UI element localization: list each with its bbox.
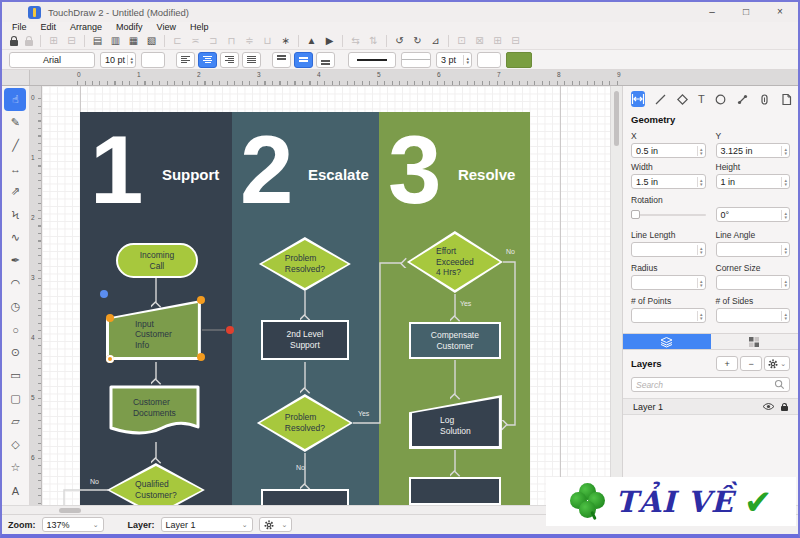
selection-handle-rotate[interactable]	[100, 290, 108, 298]
toolbar-icon[interactable]: ⊐	[208, 33, 219, 49]
toolbar-icon[interactable]	[40, 35, 41, 47]
field-input[interactable]: 3.125 in ▴▾	[716, 143, 791, 158]
rotation-input[interactable]: 0° ▴▾	[716, 207, 791, 222]
stepper-arrows-icon[interactable]: ▴▾	[781, 177, 789, 187]
toolbar-icon[interactable]	[386, 35, 387, 47]
stroke-style-select[interactable]	[348, 52, 396, 68]
page-settings-icon[interactable]	[780, 92, 793, 107]
add-layer-button[interactable]: +	[716, 356, 738, 371]
remove-layer-button[interactable]: −	[740, 356, 762, 371]
selection-handle[interactable]	[197, 296, 205, 304]
drawing-tool-button[interactable]: ▱	[4, 410, 26, 433]
toolbar-icon[interactable]: ⇆	[350, 33, 361, 49]
layer-lock-icon[interactable]	[781, 406, 788, 411]
vertical-align-bottom-button[interactable]	[316, 52, 335, 68]
field-input[interactable]: ▴▾	[716, 275, 791, 290]
toolbar-icon[interactable]: ▤	[92, 33, 103, 49]
selection-handle[interactable]	[197, 353, 205, 361]
maximize-button[interactable]: □	[740, 6, 752, 18]
selection-handle-connector[interactable]	[226, 326, 234, 334]
stepper-arrows-icon[interactable]: ▴▾	[697, 177, 705, 187]
flowchart-node-process[interactable]: Compensate Customer	[409, 322, 501, 359]
toolbar-icon[interactable]	[342, 35, 343, 47]
stepper-arrows-icon[interactable]: ▴▾	[781, 245, 789, 255]
flowchart-node-process[interactable]: 2nd Level Support	[261, 320, 349, 360]
lock-icon[interactable]	[10, 40, 18, 46]
flowchart-node-document[interactable]: Customer Documents	[108, 384, 201, 443]
toolbar-icon[interactable]: ⊟	[66, 33, 77, 49]
toolbar-icon[interactable]: ⊏	[172, 33, 183, 49]
stepper-arrows-icon[interactable]: ▴▾	[127, 55, 135, 65]
toolbar-icon[interactable]: ▲	[306, 33, 317, 49]
drawing-tool-button[interactable]: ◷	[4, 295, 26, 318]
flowchart-node-decision[interactable]: Qualified Customer?	[107, 463, 205, 505]
layer-settings-button[interactable]: ⌄	[259, 517, 293, 532]
drawing-tool-button[interactable]: ✒	[4, 249, 26, 272]
drawing-tool-button[interactable]: ⇗	[4, 180, 26, 203]
drawing-tool-button[interactable]: ⊙	[4, 341, 26, 364]
selection-handle[interactable]	[106, 314, 114, 322]
drawing-tool-button[interactable]: ╱	[4, 134, 26, 157]
field-input[interactable]: 0.5 in ▴▾	[631, 143, 706, 158]
field-input[interactable]: ▴▾	[631, 242, 706, 257]
attachment-icon[interactable]	[758, 92, 771, 107]
layer-options-button[interactable]: ⌄	[764, 356, 790, 371]
stroke-color-well[interactable]	[477, 52, 501, 68]
toolbar-icon[interactable]: ⊞	[492, 33, 503, 49]
toolbar-icon[interactable]: ⊞	[48, 33, 59, 49]
vertical-align-middle-button[interactable]	[294, 52, 313, 68]
toolbar-icon[interactable]: ⊠	[474, 33, 485, 49]
stepper-arrows-icon[interactable]: ▴▾	[697, 311, 705, 321]
shape-style-icon[interactable]	[714, 92, 727, 107]
scrollbar-thumb[interactable]	[614, 91, 619, 146]
toolbar-icon[interactable]	[448, 35, 449, 47]
stepper-arrows-icon[interactable]: ▴▾	[697, 146, 705, 156]
toolbar-icon[interactable]: ▦	[128, 33, 139, 49]
fill-style-icon[interactable]	[676, 92, 689, 107]
toolbar-icon[interactable]: ▥	[110, 33, 121, 49]
stepper-arrows-icon[interactable]: ▴▾	[697, 245, 705, 255]
toolbar-icon[interactable]	[298, 35, 299, 47]
field-input[interactable]: ▴▾	[631, 308, 706, 323]
toolbar-icon[interactable]	[164, 35, 165, 47]
layer-search-input[interactable]: Search	[631, 377, 790, 392]
align-text-center-button[interactable]	[198, 52, 217, 68]
rotation-slider[interactable]	[631, 207, 706, 222]
toolbar-icon[interactable]: ≍	[190, 33, 201, 49]
drawing-tool-button[interactable]: ☆	[4, 456, 26, 479]
toolbar-icon[interactable]: ↺	[394, 33, 405, 49]
layer-row[interactable]: Layer 1	[623, 398, 798, 415]
flowchart-node-terminator[interactable]: Incoming Call	[116, 243, 198, 278]
stroke-width-stepper[interactable]: 3 pt ▴▾	[436, 52, 472, 68]
justify-text-button[interactable]	[242, 52, 261, 68]
layer-select[interactable]: Layer 1 ⌄	[161, 517, 253, 532]
toolbar-icon[interactable]: ⊟	[510, 33, 521, 49]
selection-handle[interactable]	[106, 355, 114, 363]
scrollbar-thumb[interactable]	[59, 508, 81, 513]
stepper-arrows-icon[interactable]: ▴▾	[781, 210, 789, 220]
toolbar-icon[interactable]: ⊿	[430, 33, 441, 49]
toolbar-icon[interactable]: ⊡	[456, 33, 467, 49]
align-text-left-button[interactable]	[176, 52, 195, 68]
font-size-stepper[interactable]: 10 pt ▴▾	[100, 52, 136, 68]
stepper-arrows-icon[interactable]: ▴▾	[697, 278, 705, 288]
menu-item[interactable]: Arrange	[70, 22, 102, 32]
flowchart-node-manual-input[interactable]: Log Solution	[409, 395, 502, 449]
drawing-tool-button[interactable]: ○	[4, 318, 26, 341]
font-family-select[interactable]: Arial	[9, 52, 95, 68]
flowchart-node-process[interactable]	[261, 489, 349, 505]
connection-icon[interactable]	[736, 92, 749, 107]
toolbar-icon[interactable]: ≑	[244, 33, 255, 49]
drawing-tool-button[interactable]: ☝	[4, 88, 26, 111]
toolbar-icon[interactable]: ▧	[146, 33, 157, 49]
toolbar-icon[interactable]: ∗	[280, 33, 291, 49]
toolbar-icon[interactable]: ⇅	[368, 33, 379, 49]
close-button[interactable]: ×	[774, 6, 786, 18]
menu-item[interactable]: Modify	[116, 22, 143, 32]
align-text-right-button[interactable]	[220, 52, 239, 68]
arrowhead-style-select[interactable]	[401, 52, 431, 68]
unlock-icon[interactable]	[25, 40, 33, 46]
toolbar-icon[interactable]: ⊓	[226, 33, 237, 49]
menu-item[interactable]: View	[157, 22, 176, 32]
flowchart-node-decision[interactable]: Effort Exceeded 4 Hrs?	[407, 231, 503, 293]
